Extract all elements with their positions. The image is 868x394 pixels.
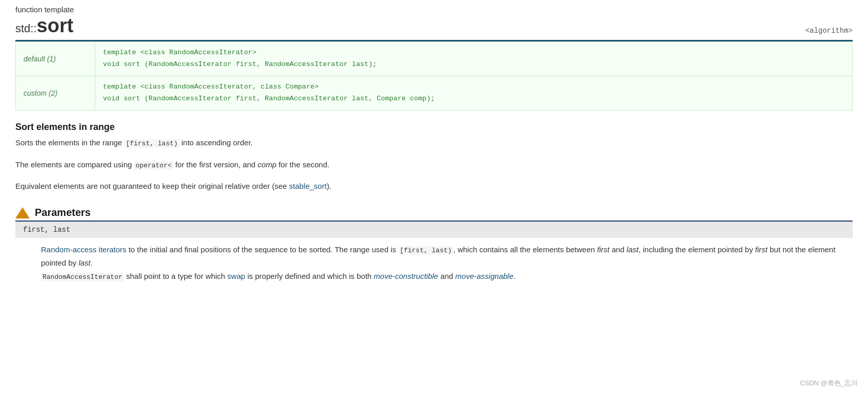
param-desc-part2: to the initial and final positions of th… bbox=[126, 245, 398, 254]
description-para1: Sorts the elements in the range [first, … bbox=[15, 137, 853, 149]
para1-text-after: into ascending order. bbox=[179, 138, 252, 147]
param-desc-code1: [first, last) bbox=[398, 246, 453, 255]
triangle-icon bbox=[15, 207, 30, 218]
param-desc-line2-mid: and bbox=[438, 272, 455, 280]
param-desc-part7: . bbox=[91, 258, 93, 267]
title-main: sort bbox=[37, 15, 74, 36]
syntax-label-default: default (1) bbox=[16, 42, 95, 76]
parameters-heading: Parameters bbox=[15, 207, 853, 218]
param-desc-italic1: first bbox=[597, 245, 609, 254]
param-desc-italic3: first bbox=[755, 245, 768, 254]
param-desc-part3: , which contains all the elements betwee… bbox=[453, 245, 597, 254]
page-title: std::sort bbox=[15, 15, 853, 37]
param-desc-part4: and bbox=[609, 245, 626, 254]
para2-text-middle: for the first version, and bbox=[173, 160, 258, 169]
syntax-table: default (1) template <class RandomAccess… bbox=[15, 41, 853, 111]
param-desc-part5: , including the element pointed by bbox=[639, 245, 755, 254]
syntax-row-custom: custom (2) template <class RandomAccessI… bbox=[16, 76, 852, 110]
syntax-row-default: default (1) template <class RandomAccess… bbox=[16, 42, 852, 76]
function-template-label: function template bbox=[15, 5, 853, 14]
param-desc-line2-code: RandomAccessIterator bbox=[41, 273, 124, 281]
para3-text-before: Equivalent elements are not guaranteed t… bbox=[15, 182, 289, 190]
param-desc-line2-text: shall point to a type for which bbox=[124, 272, 227, 280]
param-desc-italic4: last bbox=[78, 258, 90, 267]
random-access-iterators-link[interactable]: Random-access iterators bbox=[41, 245, 126, 254]
syntax-code-default: template <class RandomAccessIterator> vo… bbox=[95, 42, 852, 76]
description-para2: The elements are compared using operator… bbox=[15, 159, 853, 171]
param-description: Random-access iterators to the initial a… bbox=[15, 238, 853, 288]
parameters-section: Parameters first, last Random-access ite… bbox=[15, 207, 853, 288]
param-desc-line2-after: is properly defined and which is both bbox=[245, 272, 374, 280]
param-desc-italic2: last bbox=[627, 245, 639, 254]
section-title: Sort elements in range bbox=[15, 122, 853, 133]
algorithm-tag: <algorithm> bbox=[806, 27, 853, 35]
syntax-code-default-line2: void sort (RandomAccessIterator first, R… bbox=[103, 59, 844, 71]
para3-text-after: ). bbox=[327, 182, 331, 190]
syntax-code-default-line1: template <class RandomAccessIterator> bbox=[103, 47, 844, 59]
para1-text-before: Sorts the elements in the range bbox=[15, 138, 124, 147]
param-desc-move-assignable[interactable]: move-assignable bbox=[455, 272, 513, 280]
syntax-code-custom-line2: void sort (RandomAccessIterator first, R… bbox=[103, 93, 844, 105]
para2-italic: comp bbox=[258, 160, 277, 169]
description-para3: Equivalent elements are not guaranteed t… bbox=[15, 180, 853, 192]
param-desc-move-constructible[interactable]: move-constructible bbox=[374, 272, 438, 280]
swap-link[interactable]: swap bbox=[227, 272, 245, 280]
title-prefix: std:: bbox=[15, 22, 37, 35]
para2-text-before: The elements are compared using bbox=[15, 160, 134, 169]
param-desc-line2-end: . bbox=[514, 272, 516, 280]
param-name-row: first, last bbox=[15, 222, 853, 238]
para2-text-after: for the second. bbox=[277, 160, 329, 169]
syntax-code-custom-line1: template <class RandomAccessIterator, cl… bbox=[103, 81, 844, 93]
para2-code: operator< bbox=[134, 161, 173, 170]
para1-code: [first, last) bbox=[124, 139, 179, 148]
stable-sort-link[interactable]: stable_sort bbox=[289, 182, 327, 190]
parameters-title: Parameters bbox=[35, 207, 91, 218]
syntax-label-custom: custom (2) bbox=[16, 76, 95, 110]
syntax-code-custom: template <class RandomAccessIterator, cl… bbox=[95, 76, 852, 110]
